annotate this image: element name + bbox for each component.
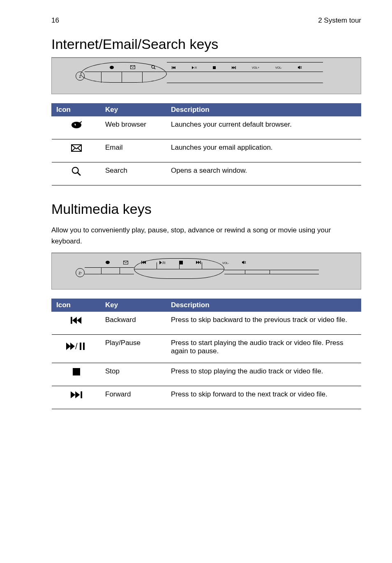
key-desc: Launches your current default browser. (167, 116, 361, 139)
svg-rect-20 (201, 261, 201, 264)
col-icon: Icon (52, 299, 101, 312)
col-key: Key (101, 103, 167, 116)
section-heading-multimedia: Multimedia keys (51, 201, 361, 217)
table-row: Search Opens a search window. (52, 162, 361, 185)
key-name: Play/Pause (101, 335, 167, 363)
svg-rect-4 (172, 66, 173, 69)
forward-icon (52, 386, 101, 409)
multimedia-keys-table: Icon Key Description Backward Press to s… (51, 299, 361, 409)
svg-point-15 (106, 261, 110, 264)
keyboard-icons-row-2: /II VOL- (105, 260, 246, 265)
envelope-minicon (130, 65, 135, 70)
svg-line-3 (154, 68, 155, 69)
keyboard-diagram-1: z /II VOL+ VOL- (51, 57, 361, 94)
col-icon: Icon (52, 103, 101, 116)
svg-rect-6 (213, 66, 216, 69)
playpause-minicon: /II (192, 66, 197, 70)
col-description: Description (167, 299, 361, 312)
table-row: Web browser Launches your current defaul… (52, 116, 361, 139)
key-name: Search (101, 162, 167, 185)
stop-minicon (213, 66, 216, 70)
col-description: Description (167, 103, 361, 116)
page-number: 16 (51, 16, 59, 25)
prev-minicon (141, 261, 146, 265)
section-intro: Allow you to conveniently play, pause, s… (51, 225, 361, 247)
internet-keys-table: Icon Key Description Web browser Launche… (51, 103, 361, 185)
svg-rect-17 (141, 261, 142, 264)
keyboard-diagram-2: zz /II VOL- (51, 253, 361, 290)
key-desc: Launches your email application. (167, 139, 361, 162)
next-minicon (232, 66, 236, 70)
keyboard-icons-row-1: /II VOL+ VOL- (109, 65, 302, 70)
vol-minus-label: VOL- (222, 262, 229, 264)
svg-rect-25 (80, 343, 81, 350)
page-header: 16 2 System tour (51, 16, 361, 25)
table-row: / Play/Pause Press to start playing the … (52, 335, 361, 363)
section-heading-internet: Internet/Email/Search keys (51, 36, 361, 52)
table-row: Backward Press to skip backward to the p… (52, 312, 361, 335)
svg-text:/: / (75, 342, 78, 351)
browser-minicon (105, 260, 110, 265)
key-desc: Press to skip backward to the previous t… (167, 312, 361, 335)
envelope-minicon (123, 261, 128, 265)
vol-minus-label: VOL- (275, 66, 282, 69)
envelope-icon (52, 139, 101, 162)
browser-icon (52, 116, 101, 139)
svg-rect-19 (179, 261, 183, 264)
svg-point-0 (110, 66, 114, 69)
playpause-minicon: /II (159, 261, 166, 265)
z-key-icon: zz (76, 268, 85, 277)
backward-icon (52, 312, 101, 335)
table-row: Stop Press to stop playing the audio tra… (52, 363, 361, 386)
svg-rect-28 (81, 392, 82, 399)
chapter-title: 2 System tour (318, 16, 361, 25)
search-icon (52, 162, 101, 185)
key-name: Forward (101, 386, 167, 409)
svg-text:/II: /II (194, 66, 197, 69)
key-name: Email (101, 139, 167, 162)
svg-rect-7 (235, 66, 236, 69)
svg-text:/II: /II (162, 261, 166, 264)
table-row: Email Launches your email application. (52, 139, 361, 162)
svg-point-2 (152, 65, 154, 68)
vol-plus-label: VOL+ (252, 66, 259, 69)
table-row: Forward Press to skip forward to the nex… (52, 386, 361, 409)
key-desc: Press to start playing the audio track o… (167, 335, 361, 363)
play-pause-icon: / (52, 335, 101, 363)
key-name: Web browser (101, 116, 167, 139)
prev-minicon (172, 66, 176, 70)
key-name: Backward (101, 312, 167, 335)
svg-rect-23 (71, 317, 72, 324)
svg-rect-26 (83, 343, 85, 350)
search-minicon (151, 65, 156, 70)
key-desc: Press to stop playing the audio track or… (167, 363, 361, 386)
stop-icon (52, 363, 101, 386)
key-desc: Press to skip forward to the next track … (167, 386, 361, 409)
mute-minicon (298, 66, 302, 70)
browser-minicon (109, 65, 114, 70)
next-minicon (196, 261, 201, 265)
svg-rect-27 (73, 368, 80, 375)
col-key: Key (101, 299, 167, 312)
stop-minicon (179, 261, 183, 265)
svg-line-14 (78, 173, 80, 175)
mute-minicon (242, 261, 246, 265)
key-desc: Opens a search window. (167, 162, 361, 185)
key-name: Stop (101, 363, 167, 386)
